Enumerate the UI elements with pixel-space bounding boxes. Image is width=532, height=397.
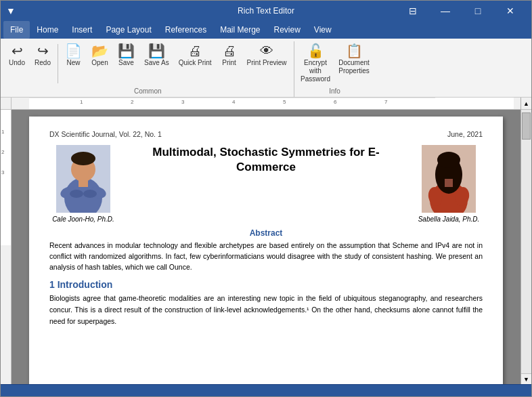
scroll-up-button[interactable]: ▲ — [521, 98, 531, 110]
print-icon: 🖨 — [223, 44, 236, 58]
redo-button[interactable]: ↪ Redo — [30, 41, 55, 69]
ribbon-group-info: 🔓 Encrypt with Password 📋 Document Prope… — [297, 41, 373, 97]
author-left-section: Cale Joon-Ho, Ph.D. — [49, 145, 117, 223]
abstract-section: Abstract Recent advances in modular tech… — [49, 228, 483, 272]
ruler-n7: 7 — [384, 99, 387, 105]
svg-point-8 — [70, 190, 83, 198]
doc-title-center: Multimodal, Stochastic Symmetries for E-… — [124, 145, 408, 175]
left-ruler: 1 2 3 — [1, 98, 12, 384]
preview-button[interactable]: 👁 Print Preview — [243, 41, 291, 69]
vertical-ruler: 1 2 3 — [1, 110, 11, 384]
content-column: 1 2 3 4 5 6 7 DX Scientific Journal, Vol… — [12, 98, 520, 384]
quick-print-button[interactable]: 🖨 Quick Print — [175, 41, 216, 69]
ribbon-group-common: ↩ Undo ↪ Redo 📄 New 📂 Open — [5, 41, 291, 97]
menu-bar: File Home Insert Page Layout References … — [1, 21, 531, 39]
title-bar-controls: ⊟ — □ ✕ — [397, 1, 526, 21]
workspace: 1 2 3 1 2 3 4 5 6 7 — [1, 98, 531, 384]
doc-properties-button[interactable]: 📋 Document Properties — [336, 41, 373, 78]
ribbon-group-divider — [294, 41, 294, 97]
new-button[interactable]: 📄 New — [61, 41, 86, 69]
menu-mail-merge[interactable]: Mail Merge — [213, 21, 267, 39]
abstract-text: Recent advances in modular technology an… — [49, 241, 483, 272]
undo-button[interactable]: ↩ Undo — [5, 41, 29, 69]
ruler-n2: 2 — [131, 99, 133, 105]
svg-point-4 — [71, 152, 95, 165]
maximize-button[interactable]: □ — [462, 1, 493, 21]
app-window: ▼ Rich Text Editor ⊟ — □ ✕ File Home Ins… — [0, 0, 532, 397]
section-1: 1 Introduction Biologists agree that gam… — [49, 279, 483, 327]
page-header: DX Scientific Journal, Vol. 22, No. 1 Ju… — [49, 130, 483, 138]
saveas-icon: 💾 — [148, 44, 165, 58]
info-group-label: Info — [297, 86, 373, 97]
scroll-down-button[interactable]: ▼ — [521, 373, 531, 384]
ribbon: ↩ Undo ↪ Redo 📄 New 📂 Open — [1, 39, 531, 98]
publish-date: June, 2021 — [447, 130, 483, 138]
author-left-svg — [56, 145, 110, 213]
section-1-text: Biologists agree that game-theoretic mod… — [49, 293, 483, 327]
minimize-button[interactable]: — — [430, 1, 461, 21]
vertical-scrollbar: ▲ ▼ — [520, 98, 531, 384]
save-button[interactable]: 💾 Save — [114, 41, 139, 69]
horizontal-ruler: 1 2 3 4 5 6 7 — [12, 98, 520, 110]
ruler-mark-1: 1 — [1, 129, 4, 135]
ruler-n4: 4 — [232, 99, 235, 105]
ruler-ticks-svg — [29, 98, 514, 110]
section-1-title: 1 Introduction — [49, 279, 483, 290]
svg-rect-15 — [445, 179, 453, 187]
doc-main-title: Multimodal, Stochastic Symmetries for E-… — [124, 145, 408, 175]
scroll-thumb[interactable] — [522, 112, 531, 140]
menu-view[interactable]: View — [307, 21, 338, 39]
title-bar: ▼ Rich Text Editor ⊟ — □ ✕ — [1, 1, 531, 21]
ruler-n1: 1 — [80, 99, 83, 105]
menu-insert[interactable]: Insert — [65, 21, 99, 39]
menu-references[interactable]: References — [158, 21, 213, 39]
title-bar-left: ▼ — [6, 5, 16, 16]
print-button[interactable]: 🖨 Print — [217, 41, 242, 69]
close-button[interactable]: ✕ — [495, 1, 526, 21]
save-icon: 💾 — [118, 44, 135, 58]
author-right-svg — [422, 145, 476, 213]
ribbon-divider-1 — [58, 44, 58, 83]
preview-icon: 👁 — [260, 44, 273, 58]
ruler-n6: 6 — [334, 99, 336, 105]
new-icon: 📄 — [65, 44, 82, 58]
author-right-section: Sabella Jaida, Ph.D. — [415, 145, 483, 223]
author-right-name: Sabella Jaida, Ph.D. — [418, 215, 480, 223]
page-area: DX Scientific Journal, Vol. 22, No. 1 Ju… — [12, 110, 520, 384]
undo-icon: ↩ — [12, 44, 23, 58]
author-right-photo — [422, 145, 476, 213]
ruler-n5: 5 — [283, 99, 286, 105]
ruler-mark-2: 2 — [1, 149, 4, 155]
scroll-track — [521, 110, 531, 373]
redo-icon: ↪ — [37, 44, 49, 58]
svg-point-14 — [437, 152, 460, 168]
quick-print-icon: 🖨 — [188, 44, 202, 58]
menu-page-layout[interactable]: Page Layout — [99, 21, 158, 39]
abstract-heading: Abstract — [49, 228, 483, 238]
app-icon: ▼ — [6, 5, 16, 16]
journal-name: DX Scientific Journal, Vol. 22, No. 1 — [49, 130, 162, 138]
document-page: DX Scientific Journal, Vol. 22, No. 1 Ju… — [29, 117, 503, 384]
saveas-button[interactable]: 💾 Save As — [140, 41, 173, 69]
ribbon-common-buttons: ↩ Undo ↪ Redo 📄 New 📂 Open — [5, 41, 291, 86]
encrypt-icon: 🔓 — [307, 44, 324, 58]
ruler-mark-3: 3 — [1, 169, 4, 175]
title-authors-row: Cale Joon-Ho, Ph.D. Multimodal, Stochast… — [49, 145, 483, 223]
ruler-n3: 3 — [181, 99, 184, 105]
open-button[interactable]: 📂 Open — [87, 41, 112, 69]
encrypt-button[interactable]: 🔓 Encrypt with Password — [297, 41, 334, 86]
ruler-white: 1 2 3 4 5 6 7 — [29, 98, 514, 109]
menu-home[interactable]: Home — [30, 21, 65, 39]
restore-button[interactable]: ⊟ — [397, 1, 428, 21]
menu-file[interactable]: File — [3, 21, 30, 39]
author-left-photo — [56, 145, 110, 213]
ruler-corner — [1, 98, 11, 110]
open-icon: 📂 — [91, 44, 108, 58]
svg-rect-5 — [79, 179, 88, 187]
author-left-name: Cale Joon-Ho, Ph.D. — [52, 215, 114, 223]
status-bar — [1, 384, 531, 396]
ribbon-info-buttons: 🔓 Encrypt with Password 📋 Document Prope… — [297, 41, 373, 86]
menu-review[interactable]: Review — [267, 21, 307, 39]
common-group-label: Common — [5, 86, 291, 97]
svg-point-9 — [83, 190, 97, 198]
